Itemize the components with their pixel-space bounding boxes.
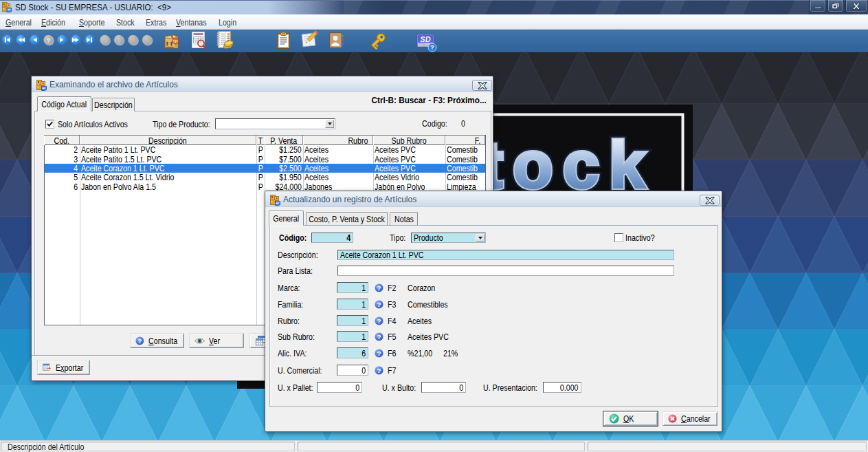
svg-text:?: ? [47,37,51,44]
svg-text:SD: SD [420,35,430,43]
svg-text:?: ? [430,43,434,51]
svg-text:?: ? [377,284,381,292]
svg-text:?: ? [377,301,381,308]
svg-text:?: ? [137,336,142,344]
svg-text:?: ? [377,333,381,341]
svg-text:?: ? [377,367,381,374]
svg-text:?: ? [377,317,381,325]
svg-text:?: ? [377,349,381,357]
